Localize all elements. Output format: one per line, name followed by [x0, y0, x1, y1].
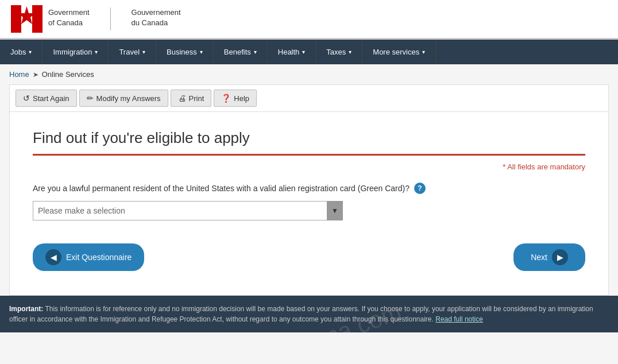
- question-help-icon[interactable]: ?: [414, 183, 426, 194]
- chevron-down-icon: ▾: [95, 49, 98, 55]
- content-wrapper: Find out if you're eligible to apply * A…: [0, 112, 618, 296]
- svg-rect-0: [11, 5, 21, 33]
- mandatory-note: * All fields are mandatory: [33, 162, 585, 171]
- site-header: Government of Canada Gouvernement du Can…: [0, 0, 618, 40]
- nav-travel[interactable]: Travel ▾: [109, 40, 156, 64]
- nav-immigration[interactable]: Immigration ▾: [43, 40, 109, 64]
- page-title: Find out if you're eligible to apply: [33, 129, 585, 156]
- selection-container: Please make a selection Yes No ▼: [33, 201, 343, 220]
- help-button[interactable]: ❓ Help: [214, 90, 257, 107]
- print-icon: 🖨: [178, 94, 186, 103]
- nav-health[interactable]: Health ▾: [268, 40, 316, 64]
- refresh-icon: ↺: [23, 94, 30, 103]
- chevron-down-icon: ▾: [29, 49, 32, 55]
- chevron-down-icon: ▾: [422, 49, 425, 55]
- nav-taxes[interactable]: Taxes ▾: [316, 40, 362, 64]
- chevron-down-icon: ▾: [200, 49, 203, 55]
- next-arrow-icon: ▶: [552, 249, 568, 265]
- next-button[interactable]: Next ▶: [513, 243, 585, 271]
- svg-rect-1: [32, 5, 43, 33]
- help-icon: ❓: [221, 94, 231, 103]
- main-content: Find out if you're eligible to apply * A…: [9, 112, 609, 296]
- chevron-down-icon: ▾: [349, 49, 352, 55]
- gov-name-fr: Gouvernement du Canada: [132, 7, 181, 30]
- main-nav: Jobs ▾ Immigration ▾ Travel ▾ Business ▾…: [0, 40, 618, 64]
- nav-business[interactable]: Business ▾: [156, 40, 214, 64]
- chevron-down-icon: ▾: [142, 49, 145, 55]
- nav-benefits[interactable]: Benefits ▾: [214, 40, 268, 64]
- form-toolbar: ↺ Start Again ✏ Modify my Answers 🖨 Prin…: [9, 84, 609, 112]
- chevron-down-icon: ▾: [254, 49, 257, 55]
- gov-text: Government of Canada Gouvernement du Can…: [48, 7, 181, 30]
- breadcrumb: Home ➤ Online Services: [0, 64, 618, 84]
- footer-notice: Important: This information is for refer…: [0, 296, 618, 332]
- nav-more-services[interactable]: More services ▾: [362, 40, 436, 64]
- breadcrumb-home[interactable]: Home: [9, 70, 29, 79]
- buttons-row: ◀ Exit Questionnaire Next ▶: [33, 243, 585, 271]
- exit-arrow-icon: ◀: [45, 249, 61, 265]
- maple-leaf-icon: [9, 5, 44, 33]
- question-row: Are you a lawful permanent resident of t…: [33, 183, 585, 194]
- footer-notice-text: This information is for reference only a…: [9, 305, 593, 323]
- print-button[interactable]: 🖨 Print: [171, 90, 212, 107]
- start-again-button[interactable]: ↺ Start Again: [16, 90, 77, 107]
- nav-jobs[interactable]: Jobs ▾: [0, 40, 43, 64]
- read-full-notice-link[interactable]: Read full notice: [435, 315, 483, 323]
- exit-questionnaire-button[interactable]: ◀ Exit Questionnaire: [33, 243, 144, 271]
- question-label: Are you a lawful permanent resident of t…: [33, 184, 410, 193]
- edit-icon: ✏: [87, 94, 94, 103]
- gov-name-en: Government of Canada: [48, 7, 90, 30]
- chevron-down-icon: ▾: [302, 49, 305, 55]
- footer-important-label: Important:: [9, 305, 43, 313]
- logo: Government of Canada Gouvernement du Can…: [9, 5, 181, 33]
- breadcrumb-arrow-icon: ➤: [33, 71, 38, 79]
- breadcrumb-current: Online Services: [42, 70, 94, 79]
- green-card-select[interactable]: Please make a selection Yes No: [33, 201, 343, 220]
- modify-answers-button[interactable]: ✏ Modify my Answers: [79, 90, 168, 107]
